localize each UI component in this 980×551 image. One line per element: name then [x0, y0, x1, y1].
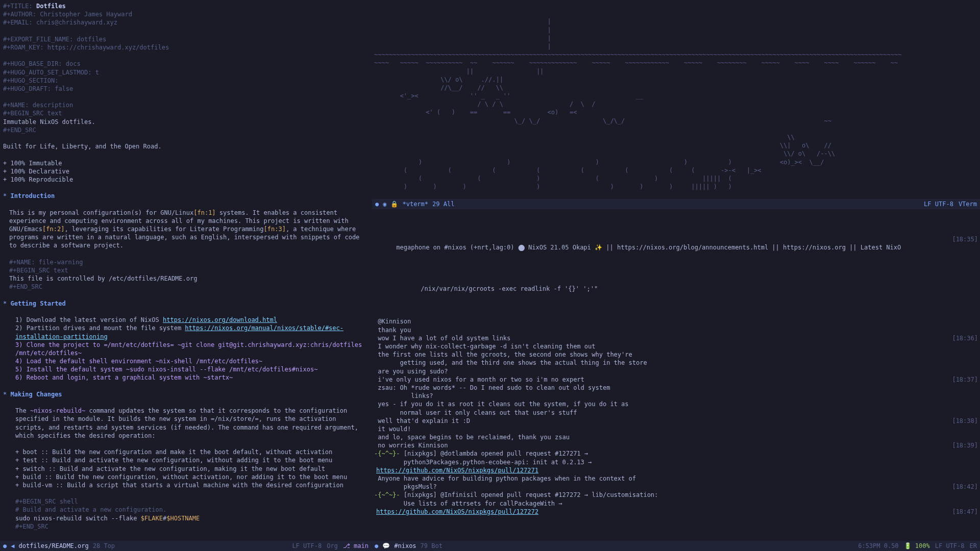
tagline: Built for Life, Liberty, and the Open Ro…	[3, 142, 369, 151]
irc-message: normal user it only cleans out that user…	[374, 409, 978, 417]
erc-prompt[interactable]: ERC>	[374, 532, 978, 541]
vterm-encoding: LF UTF-8	[924, 200, 953, 208]
irc-modeline: ● 💬 #nixos 79 Bot 6:53PM 0.50 🔋 100% LF …	[372, 541, 980, 551]
org-meta-hugo-sec: #+HUGO_SECTION:	[3, 77, 369, 85]
shell-comment: # Build and activate a new configuration…	[3, 506, 369, 514]
org-meta-author: #+AUTHOR: Christopher James Hayward	[3, 10, 369, 18]
clock: 6:53PM 0.50	[858, 542, 898, 550]
heading-getting-started: * Getting Started	[3, 299, 369, 308]
end-src-3: #+END_SRC	[3, 522, 369, 531]
irc-message: getting used, and the third one shows th…	[374, 359, 978, 367]
mc-bullet-test: + test :: Build and activate the new con…	[3, 456, 369, 464]
intro-paragraph: This is my personal configuration(s) for…	[3, 209, 369, 250]
vterm-position: 29 All	[432, 200, 454, 208]
modeline-mode: Org	[327, 542, 338, 550]
irc-message: [18:37] i've only used nixos for a month…	[374, 375, 978, 384]
heading-introduction: * Introduction	[3, 192, 369, 200]
irc-message: python3Packages.python-ecobee-api: init …	[374, 458, 978, 466]
mc-bullet-boot: + boot :: Build the new configuration an…	[3, 448, 369, 456]
irc-message: [18:39] no worries Kinnison	[374, 441, 978, 449]
irc-message: are you using sudo?	[374, 367, 978, 375]
irc-message: -{~^~}- [nixpkgs] @Infinisil opened pull…	[374, 491, 978, 499]
name-file-warning: #+NAME: file-warning	[3, 258, 369, 266]
end-src: #+END_SRC	[3, 126, 369, 134]
circle-icon: ●	[375, 200, 379, 208]
irc-topic-cont: /nix/var/nix/gcroots -exec readlink -f '…	[374, 277, 978, 302]
mc-bullet-buildvm: + build-vm :: Build a script that starts…	[3, 481, 369, 489]
irc-message: links?	[374, 392, 978, 400]
gs-step-3: 3) Clone the project to =/mnt/etc/dotfil…	[3, 341, 369, 357]
irc-message: thank you	[374, 326, 978, 334]
org-meta-export: #+EXPORT_FILE_NAME: dotfiles	[3, 35, 369, 43]
begin-src-shell: #+BEGIN_SRC shell	[3, 497, 369, 506]
bullet-declarative: + 100% Declarative	[3, 167, 369, 176]
vterm-mode-name: VTerm	[959, 200, 977, 208]
irc-message: [18:42] pkgsMusl?	[374, 483, 978, 491]
git-branch: ⎇ main	[343, 542, 369, 550]
irc-message: Anyone have advice for building python p…	[374, 474, 978, 483]
irc-message: the first one lists all the gcroots, the…	[374, 350, 978, 359]
begin-src-text: #+BEGIN_SRC text	[3, 109, 369, 117]
end-src-2: #+END_SRC	[3, 283, 369, 291]
mc-bullet-build: + build :: Build the new configuration, …	[3, 473, 369, 481]
chat-icon: 💬	[382, 542, 390, 550]
modeline-filename: dotfiles/README.org	[18, 542, 88, 550]
lock-icon: 🔒	[390, 200, 398, 208]
irc-message: zsau: Oh *rude words* -- Do I need sudo …	[374, 384, 978, 392]
bullet-immutable: + 100% Immutable	[3, 159, 369, 167]
making-changes-paragraph: The ~nixos-rebuild~ command updates the …	[3, 407, 369, 440]
modeline-encoding: LF UTF-8	[292, 542, 322, 550]
ascii-art: | | | | ~~~~~~~~~~~~~~~~~~~~~~~~~~~~~~~~…	[374, 17, 978, 191]
irc-message: [18:36] wow I have a lot of old system l…	[374, 334, 978, 342]
irc-pane[interactable]: [18:35] megaphone on #nixos (+nrt,lag:0)…	[372, 209, 980, 541]
org-meta-title: #+TITLE: Dotfiles	[3, 2, 369, 10]
editor-modeline: ● ◀ dotfiles/README.org 28 Top LF UTF-8 …	[0, 541, 372, 551]
irc-mode-name: ER	[970, 542, 977, 550]
irc-message: @Kinnison	[374, 317, 978, 325]
org-meta-hugo-draft: #+HUGO_DRAFT: false	[3, 85, 369, 93]
gs-step-1: 1) Download the latest version of NixOS …	[3, 316, 369, 324]
circle-icon: ●	[3, 542, 7, 550]
file-warning-line: This file is controlled by /etc/dotfiles…	[3, 274, 369, 283]
irc-message: it would!	[374, 425, 978, 433]
irc-message: [18:47]https://github.com/NixOS/nixpkgs/…	[374, 508, 978, 516]
irc-message: I wonder why nix-collect-garbage -d isn'…	[374, 342, 978, 350]
circle-icon: ◉	[383, 200, 386, 208]
irc-message: yes - if you do it as root it cleans out…	[374, 400, 978, 408]
back-icon[interactable]: ◀	[11, 542, 14, 550]
battery-icon: 🔋 100%	[904, 542, 930, 550]
irc-position: 79 Bot	[421, 542, 443, 550]
irc-message: https://github.com/NixOS/nixpkgs/pull/12…	[374, 466, 978, 474]
vterm-buffer-name: *vterm*	[402, 200, 428, 208]
irc-message: [18:38] well that'd explain it :D	[374, 417, 978, 425]
gs-step-6: 6) Reboot and login, start a graphical s…	[3, 373, 369, 382]
irc-encoding: LF UTF-8	[935, 542, 965, 550]
org-meta-hugo-lm: #+HUGO_AUTO_SET_LASTMOD: t	[3, 68, 369, 77]
begin-src-text-2: #+BEGIN_SRC text	[3, 266, 369, 274]
nixos-download-link[interactable]: https://nixos.org/download.html	[163, 316, 277, 323]
irc-buffer-name: #nixos	[394, 542, 416, 550]
bullet-reproducible: + 100% Reproducible	[3, 176, 369, 184]
circle-icon: ●	[375, 542, 378, 550]
gs-step-2: 2) Partition drives and mount the file s…	[3, 324, 369, 340]
irc-topic: [18:35] megaphone on #nixos (+nrt,lag:0)…	[374, 227, 978, 260]
org-meta-hugo-base: #+HUGO_BASE_DIR: docs	[3, 60, 369, 68]
editor-pane[interactable]: #+TITLE: Dotfiles #+AUTHOR: Christopher …	[0, 0, 372, 541]
gs-step-4: 4) Load the default shell environment ~n…	[3, 357, 369, 365]
mc-bullet-switch: + switch :: Build and activate the new c…	[3, 465, 369, 473]
gs-step-5: 5) Install the default system ~sudo nixo…	[3, 365, 369, 373]
shell-command: sudo nixos-rebuild switch --flake $FLAKE…	[3, 514, 369, 522]
irc-message: and lo, space begins to be reclaimed, th…	[374, 433, 978, 441]
irc-message: -{~^~}- [nixpkgs] @dotlambda opened pull…	[374, 449, 978, 458]
org-meta-roam: #+ROAM_KEY: https://chrishayward.xyz/dot…	[3, 43, 369, 52]
irc-link[interactable]: https://github.com/NixOS/nixpkgs/pull/12…	[374, 508, 538, 515]
modeline-position: 28 Top	[93, 542, 115, 550]
irc-link[interactable]: https://github.com/NixOS/nixpkgs/pull/12…	[374, 467, 538, 474]
name-description: #+NAME: description	[3, 101, 369, 109]
desc-line: Immutable NixOS dotfiles.	[3, 118, 369, 126]
org-meta-email: #+EMAIL: chris@chrishayward.xyz	[3, 18, 369, 27]
vterm-modeline: ● ◉ 🔒 *vterm* 29 All LF UTF-8 VTerm	[372, 199, 980, 209]
irc-message: Use lists of attrsets for callPackageWit…	[374, 499, 978, 508]
vterm-pane[interactable]: | | | | ~~~~~~~~~~~~~~~~~~~~~~~~~~~~~~~~…	[372, 0, 980, 199]
heading-making-changes: * Making Changes	[3, 390, 369, 398]
